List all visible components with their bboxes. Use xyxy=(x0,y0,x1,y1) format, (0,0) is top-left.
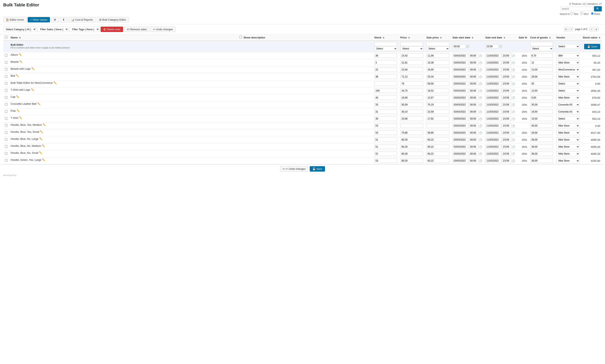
sale-start-date[interactable] xyxy=(453,124,468,128)
sale-end-date[interactable] xyxy=(485,152,501,156)
cost-goods-input[interactable] xyxy=(530,124,553,128)
sale-end-date[interactable] xyxy=(485,130,501,135)
row-checkbox-14[interactable] xyxy=(5,152,7,155)
row-checkbox-9[interactable] xyxy=(5,117,7,120)
cost-goods-input[interactable] xyxy=(530,61,553,65)
search-sku-option[interactable]: SKU xyxy=(580,13,589,15)
stock-input[interactable] xyxy=(374,89,397,93)
clock-icon-start-15[interactable]: 🕐 xyxy=(479,159,482,162)
sale-end-date[interactable] xyxy=(485,95,501,100)
last-page-button[interactable]: » xyxy=(594,27,599,31)
price-input[interactable] xyxy=(400,95,423,100)
sale-start-date[interactable] xyxy=(453,61,468,65)
select-all-checkbox[interactable] xyxy=(5,36,7,39)
vendor-select[interactable]: SelectIBMNike StoreWooCommerceConsortia … xyxy=(556,144,579,149)
vendor-select[interactable]: SelectIBMNike StoreWooCommerceConsortia … xyxy=(556,116,579,121)
price-input[interactable] xyxy=(400,124,423,128)
stock-input[interactable] xyxy=(374,158,397,163)
price-input[interactable] xyxy=(400,130,423,135)
edit-product-icon[interactable]: ✏️ xyxy=(31,88,34,91)
sale-start-time[interactable] xyxy=(469,158,479,163)
sale-price-input[interactable] xyxy=(426,53,449,58)
stock-input[interactable] xyxy=(374,110,397,114)
sale-start-date[interactable] xyxy=(453,130,468,135)
sale-end-time[interactable] xyxy=(502,130,511,135)
vendor-select[interactable]: SelectIBMNike StoreWooCommerceConsortia … xyxy=(556,74,579,79)
cost-goods-input[interactable] xyxy=(530,75,553,79)
stock-input[interactable] xyxy=(374,67,397,72)
edit-product-icon[interactable]: ✏️ xyxy=(39,137,42,140)
sales-filter[interactable]: Filter Sales ( None ) xyxy=(38,27,68,32)
row-checkbox-3[interactable] xyxy=(5,75,7,78)
price-input[interactable] xyxy=(400,53,423,58)
clock-icon-start-7[interactable]: 🕐 xyxy=(479,103,482,106)
show-desc-checkbox[interactable] xyxy=(239,36,242,39)
sale-end-time[interactable] xyxy=(502,110,511,114)
clock-icon-end-3[interactable]: 🕐 xyxy=(512,75,515,78)
vendor-select[interactable]: SelectIBMNike StoreWooCommerceConsortia … xyxy=(556,109,579,114)
sale-end-date[interactable] xyxy=(485,158,501,163)
vendor-select[interactable]: SelectIBMNike StoreWooCommerceConsortia … xyxy=(556,53,579,58)
row-checkbox-10[interactable] xyxy=(5,124,7,127)
clock-icon-end-8[interactable]: 🕐 xyxy=(512,110,515,113)
clock-icon-start-1[interactable]: 🕐 xyxy=(479,61,482,64)
vendor-select[interactable]: SelectIBMNike StoreWooCommerceConsortia … xyxy=(556,95,579,100)
sale-end-time[interactable] xyxy=(502,89,511,93)
clock-icon-end-4[interactable]: 🕐 xyxy=(512,82,515,85)
clock-icon-start-4[interactable]: 🕐 xyxy=(479,82,482,85)
remove-sales-button[interactable]: 🏷 Remove sales xyxy=(124,27,149,32)
bulk-sale-price-input[interactable] xyxy=(426,42,449,46)
sale-end-date[interactable] xyxy=(485,103,501,107)
clock-icon-end-5[interactable]: 🕐 xyxy=(512,89,515,92)
sale-start-time[interactable] xyxy=(469,138,479,142)
sale-end-date[interactable] xyxy=(485,117,501,121)
row-checkbox-2[interactable] xyxy=(5,68,7,71)
price-input[interactable] xyxy=(400,138,423,142)
price-input[interactable] xyxy=(400,89,423,93)
stock-input[interactable] xyxy=(374,117,397,121)
clock-icon-start-8[interactable]: 🕐 xyxy=(479,110,482,113)
bulk-stock-input[interactable] xyxy=(374,42,397,46)
row-checkbox-4[interactable] xyxy=(5,82,7,85)
vendor-select[interactable]: SelectIBMNike StoreWooCommerceConsortia … xyxy=(556,151,579,156)
sale-start-date[interactable] xyxy=(453,117,468,121)
bulk-price-input[interactable] xyxy=(400,42,423,46)
bulk-category-button[interactable]: ⊞ Bulk Category Editor xyxy=(97,17,129,22)
sale-start-time[interactable] xyxy=(469,110,479,114)
search-rows-option[interactable]: Rows xyxy=(591,13,600,15)
bulk-cost-input[interactable] xyxy=(530,42,553,46)
vendor-select[interactable]: SelectIBMNike StoreWooCommerceConsortia … xyxy=(556,130,579,135)
search-button[interactable]: 🔍 xyxy=(594,6,602,12)
clock-icon-end-2[interactable]: 🕐 xyxy=(512,68,515,71)
sale-price-input[interactable] xyxy=(426,61,449,65)
clock-icon[interactable]: 🕐 xyxy=(466,45,469,48)
bottom-undo-button[interactable]: ↩ ↩ Undo changes xyxy=(280,166,308,172)
first-page-button[interactable]: « xyxy=(564,27,568,31)
sale-start-date[interactable] xyxy=(453,144,468,149)
price-input[interactable] xyxy=(400,75,423,79)
sale-start-time[interactable] xyxy=(469,75,479,79)
stock-input[interactable] xyxy=(374,61,397,65)
bulk-stock-select[interactable]: Select Increase by %Decrease by %Set val… xyxy=(374,46,397,51)
cost-goods-input[interactable] xyxy=(530,130,553,135)
sale-price-input[interactable] xyxy=(426,103,449,107)
sale-end-time[interactable] xyxy=(502,95,511,100)
edit-product-icon[interactable]: ✏️ xyxy=(42,144,45,147)
clock-icon-start-14[interactable]: 🕐 xyxy=(479,152,482,155)
sale-price-input[interactable] xyxy=(426,124,449,128)
edit-product-icon[interactable]: ✏️ xyxy=(16,95,19,98)
sale-start-date[interactable] xyxy=(453,81,468,86)
clock-icon-start-10[interactable]: 🕐 xyxy=(479,124,482,127)
sale-end-date[interactable] xyxy=(485,144,501,149)
sale-end-date[interactable] xyxy=(485,89,501,93)
sale-price-input[interactable] xyxy=(426,152,449,156)
price-input[interactable] xyxy=(400,61,423,65)
clock-icon-end-14[interactable]: 🕐 xyxy=(512,152,515,155)
sale-end-time[interactable] xyxy=(502,61,511,65)
edit-product-icon[interactable]: ✏️ xyxy=(43,123,46,126)
price-input[interactable] xyxy=(400,110,423,114)
bulk-sale-end-time[interactable] xyxy=(485,44,498,49)
row-checkbox-13[interactable] xyxy=(5,145,7,148)
edit-product-icon[interactable]: ✏️ xyxy=(31,67,35,70)
editor-home-button[interactable]: 🏠 Editor home xyxy=(3,17,27,22)
